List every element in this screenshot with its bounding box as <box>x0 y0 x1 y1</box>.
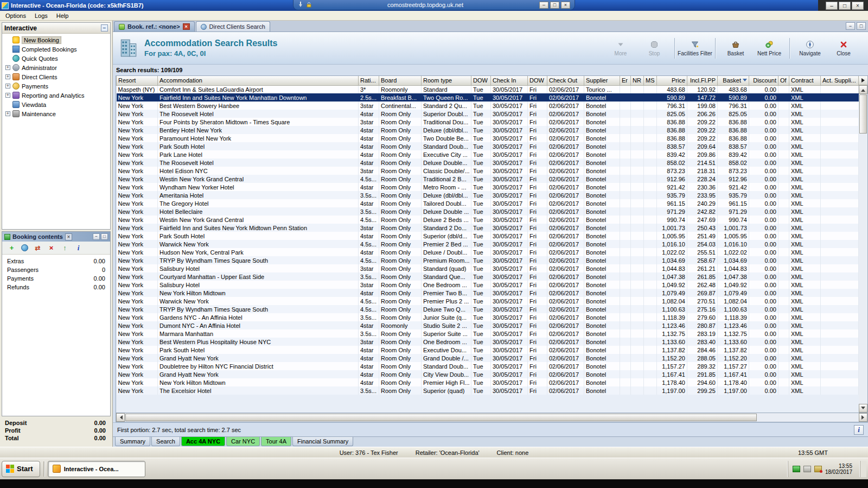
table-row[interactable]: New YorkTRYP By Wyndham Times Square Sou… <box>117 305 859 313</box>
horizontal-scroll-track[interactable] <box>125 413 859 422</box>
scroll-right-button[interactable] <box>859 413 867 422</box>
column-scroll-right-icon[interactable] <box>859 76 867 85</box>
column-header-dow[interactable]: DOW <box>528 76 547 85</box>
expander-icon[interactable]: + <box>5 111 10 116</box>
sidebar-item-viewdata[interactable]: +Viewdata <box>2 100 110 109</box>
table-row[interactable]: New YorkMarmara Manhattan3.5s...Room Onl… <box>117 329 859 338</box>
bottom-tab-acc-4a-nyc[interactable]: Acc 4A NYC <box>181 437 225 446</box>
table-row[interactable]: New YorkWarwick New York4.5s...Room Only… <box>117 297 859 305</box>
bottom-tab-car-nyc[interactable]: Car NYC <box>226 437 260 446</box>
table-row[interactable]: New YorkNew York Hilton Midtown4starRoom… <box>117 378 859 386</box>
table-row[interactable]: New YorkTRYP By Wyndham Times Square Sou… <box>117 256 859 264</box>
rdp-close-button[interactable]: × <box>561 2 570 9</box>
taskbar-clock[interactable]: 13:55 18/02/2017 <box>825 463 852 475</box>
sidebar-item-direct-clients[interactable]: +Direct Clients <box>2 72 110 81</box>
basket-button[interactable]: Basket <box>720 40 751 56</box>
column-header-ms[interactable]: MS <box>644 76 657 85</box>
rdp-restore-button[interactable]: □ <box>550 2 559 9</box>
sidebar-item-administrator[interactable]: +Administrator <box>2 63 110 72</box>
horizontal-scroll-thumb[interactable] <box>125 414 757 421</box>
vertical-scroll-track[interactable] <box>859 94 867 404</box>
table-row[interactable]: New YorkBest Western Plus Hospitality Ho… <box>117 338 859 346</box>
rdp-minimize-button[interactable]: – <box>539 2 548 9</box>
collapse-panel-button[interactable]: − <box>101 24 108 31</box>
table-row[interactable]: New YorkGardens NYC - An Affinia Hotel3.… <box>117 313 859 321</box>
globe-icon[interactable] <box>21 244 28 251</box>
booking-contents-close-icon[interactable]: × <box>65 233 72 240</box>
menu-options[interactable]: Options <box>1 11 30 20</box>
column-header-rati[interactable]: Rati... <box>359 76 379 85</box>
column-header-act-suppli[interactable]: Act. Suppli... <box>821 76 859 85</box>
table-row[interactable]: New YorkGrand Hyatt New York4starRoom On… <box>117 370 859 378</box>
delete-icon[interactable]: × <box>47 244 55 252</box>
column-header-accommodation[interactable]: Accommodation <box>158 76 359 85</box>
column-header-contract[interactable]: Contract <box>789 76 821 85</box>
column-header-board[interactable]: Board <box>379 76 422 85</box>
table-row[interactable]: New YorkPark South Hotel4starRoom OnlySt… <box>117 142 859 150</box>
table-row[interactable]: New YorkAmeritania Hotel3.5s...Room Only… <box>117 191 859 199</box>
mdi-restore-button[interactable]: □ <box>857 22 866 30</box>
table-row[interactable]: New YorkWyndham New Yorker Hotel4starRoo… <box>117 183 859 191</box>
column-header-nr[interactable]: NR <box>631 76 644 85</box>
network-icon[interactable] <box>793 466 800 472</box>
booking-contents-float-button[interactable]: □ <box>101 233 108 240</box>
bottom-tab-search[interactable]: Search <box>151 437 180 446</box>
printer-icon[interactable] <box>803 466 811 472</box>
expander-icon[interactable]: + <box>5 84 10 88</box>
expander-icon[interactable]: + <box>5 74 10 79</box>
facilities-filter-button[interactable]: Facilities Filter <box>679 40 711 56</box>
column-header-of[interactable]: Of <box>778 76 789 85</box>
table-row[interactable]: New YorkThe Roosevelt Hotel4starRoom Onl… <box>117 110 859 118</box>
column-header-incl-fl-pp[interactable]: Incl.Fl.PP <box>687 76 718 85</box>
bottom-tab-summary[interactable]: Summary <box>115 437 150 446</box>
menu-help[interactable]: Help <box>52 11 73 20</box>
close-button[interactable]: Close <box>828 40 859 56</box>
table-row[interactable]: New YorkWestin New York Grand Central4.5… <box>117 216 859 224</box>
table-row[interactable]: New YorkFairfield Inn and Suites New Yor… <box>117 93 859 102</box>
table-row[interactable]: New YorkPark South Hotel4starRoom OnlySu… <box>117 232 859 240</box>
sidebar-item-maintenance[interactable]: +Maintenance <box>2 109 110 118</box>
sidebar-item-reporting-and-analytics[interactable]: +Reporting and Analytics <box>2 91 110 100</box>
table-row[interactable]: New YorkPark South Hotel4starRoom OnlyEx… <box>117 346 859 354</box>
column-header-resort[interactable]: Resort <box>117 76 158 85</box>
table-row[interactable]: New YorkNew York Hilton Midtown4starRoom… <box>117 289 859 297</box>
column-header-er[interactable]: Er <box>620 76 631 85</box>
minimize-button[interactable]: – <box>826 2 838 10</box>
sidebar-item-completed-bookings[interactable]: +Completed Bookings <box>2 45 110 54</box>
bottom-tab-financial-summary[interactable]: Financial Summary <box>292 437 353 446</box>
menu-logs[interactable]: Logs <box>30 11 52 20</box>
tab-book-ref-none[interactable]: Book. ref.: <none>× <box>114 21 195 31</box>
table-row[interactable]: New YorkDoubletree by Hilton NYC Financi… <box>117 362 859 370</box>
table-row[interactable]: New YorkPark Lane Hotel4starRoom OnlyExe… <box>117 150 859 159</box>
export-icon[interactable]: ↑ <box>61 244 69 252</box>
column-header-discount[interactable]: Discount <box>749 76 778 85</box>
pin-icon[interactable] <box>298 1 303 9</box>
column-header-price[interactable]: Price <box>657 76 687 85</box>
close-button[interactable]: × <box>852 2 864 10</box>
table-row[interactable]: New YorkCourtyard Manhattan - Upper East… <box>117 272 859 281</box>
table-row[interactable]: New YorkSalisbury Hotel3starRoom OnlyOne… <box>117 281 859 289</box>
expander-icon[interactable]: + <box>5 65 10 70</box>
table-row[interactable]: New YorkThe Excelsior Hotel3.5s...Room O… <box>117 386 859 395</box>
info-button[interactable]: i <box>854 425 864 435</box>
vertical-scroll-thumb[interactable] <box>859 94 867 134</box>
table-row[interactable]: New YorkHotel Belleclaire3.5s...Room Onl… <box>117 207 859 216</box>
table-row[interactable]: Maspeth (NY)Comfort Inn & Suites LaGuard… <box>117 85 859 93</box>
basket-filter-icon[interactable] <box>743 79 747 84</box>
table-row[interactable]: New YorkParamount Hotel New York4starRoo… <box>117 134 859 142</box>
column-header-room-type[interactable]: Room type <box>422 76 471 85</box>
sidebar-item-new-booking[interactable]: +New Booking <box>2 35 110 45</box>
column-header-check-in[interactable]: Check In <box>491 76 528 85</box>
nett-price-button[interactable]: Nett Price <box>754 40 785 56</box>
maximize-button[interactable]: □ <box>839 2 851 10</box>
table-row[interactable]: New YorkBentley Hotel New York4starRoom … <box>117 126 859 134</box>
mdi-minimize-button[interactable]: − <box>846 22 855 30</box>
column-header-dow[interactable]: DOW <box>471 76 491 85</box>
table-row[interactable]: New YorkThe Gregory Hotel4starRoom OnlyT… <box>117 199 859 207</box>
tab-close-icon[interactable]: × <box>183 23 190 30</box>
horizontal-scrollbar[interactable] <box>116 413 868 422</box>
navigate-button[interactable]: Navigate <box>794 40 826 56</box>
table-row[interactable]: New YorkThe Roosevelt Hotel4starRoom Onl… <box>117 159 859 167</box>
column-header-check-out[interactable]: Check Out <box>547 76 584 85</box>
table-row[interactable]: New YorkWestin New York Grand Central4.5… <box>117 175 859 183</box>
